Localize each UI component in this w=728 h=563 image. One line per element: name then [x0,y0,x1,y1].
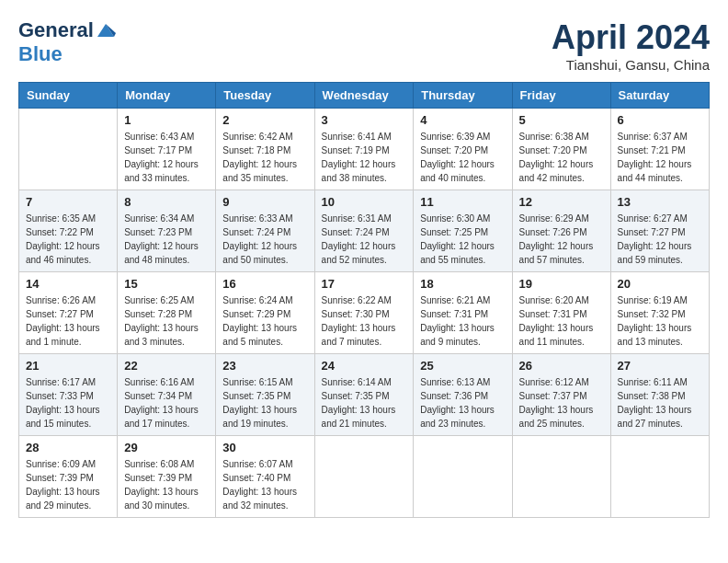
calendar-week-1: 1Sunrise: 6:43 AMSunset: 7:17 PMDaylight… [19,109,710,190]
calendar-header-friday: Friday [512,83,610,109]
day-number: 25 [420,359,505,373]
day-number: 17 [322,277,407,291]
calendar-header-saturday: Saturday [610,83,709,109]
calendar-cell: 26Sunrise: 6:12 AMSunset: 7:37 PMDayligh… [512,354,610,436]
day-info: Sunrise: 6:07 AMSunset: 7:40 PMDaylight:… [222,457,307,512]
calendar-cell: 16Sunrise: 6:24 AMSunset: 7:29 PMDayligh… [216,272,314,354]
day-info: Sunrise: 6:39 AMSunset: 7:20 PMDaylight:… [420,130,505,185]
calendar-cell: 9Sunrise: 6:33 AMSunset: 7:24 PMDaylight… [216,190,314,272]
calendar-cell [610,436,709,518]
day-info: Sunrise: 6:22 AMSunset: 7:30 PMDaylight:… [322,293,407,349]
calendar-header-monday: Monday [118,83,216,109]
day-info: Sunrise: 6:20 AMSunset: 7:31 PMDaylight:… [519,293,604,349]
day-number: 29 [124,441,209,454]
day-info: Sunrise: 6:13 AMSunset: 7:36 PMDaylight:… [420,375,505,431]
day-info: Sunrise: 6:24 AMSunset: 7:29 PMDaylight:… [222,293,307,349]
calendar-cell: 2Sunrise: 6:42 AMSunset: 7:18 PMDaylight… [216,109,314,190]
calendar-cell: 19Sunrise: 6:20 AMSunset: 7:31 PMDayligh… [512,272,610,354]
calendar-cell: 1Sunrise: 6:43 AMSunset: 7:17 PMDaylight… [118,109,216,190]
day-info: Sunrise: 6:09 AMSunset: 7:39 PMDaylight:… [26,457,110,512]
calendar-header-sunday: Sunday [19,83,118,109]
day-number: 4 [420,113,505,127]
calendar-cell: 4Sunrise: 6:39 AMSunset: 7:20 PMDaylight… [414,109,512,190]
day-number: 3 [322,113,407,127]
day-number: 24 [322,359,407,373]
day-info: Sunrise: 6:33 AMSunset: 7:24 PMDaylight:… [222,212,307,267]
day-number: 21 [26,359,110,373]
day-info: Sunrise: 6:14 AMSunset: 7:35 PMDaylight:… [322,375,407,431]
calendar-header-thursday: Thursday [414,83,512,109]
day-info: Sunrise: 6:26 AMSunset: 7:27 PMDaylight:… [26,293,110,349]
calendar-week-4: 21Sunrise: 6:17 AMSunset: 7:33 PMDayligh… [19,354,710,436]
subtitle: Tianshui, Gansu, China [552,57,710,73]
day-number: 14 [26,277,110,291]
calendar-cell: 20Sunrise: 6:19 AMSunset: 7:32 PMDayligh… [610,272,709,354]
day-number: 20 [618,277,702,291]
day-info: Sunrise: 6:37 AMSunset: 7:21 PMDaylight:… [618,130,702,185]
page-header: General Blue April 2024 Tianshui, Gansu,… [18,18,710,73]
calendar-cell [414,436,512,518]
day-info: Sunrise: 6:43 AMSunset: 7:17 PMDaylight:… [124,130,209,185]
calendar-week-2: 7Sunrise: 6:35 AMSunset: 7:22 PMDaylight… [19,190,710,272]
day-info: Sunrise: 6:30 AMSunset: 7:25 PMDaylight:… [420,212,505,267]
day-info: Sunrise: 6:15 AMSunset: 7:35 PMDaylight:… [222,375,307,431]
calendar-cell: 15Sunrise: 6:25 AMSunset: 7:28 PMDayligh… [118,272,216,354]
calendar-cell: 27Sunrise: 6:11 AMSunset: 7:38 PMDayligh… [610,354,709,436]
day-info: Sunrise: 6:16 AMSunset: 7:34 PMDaylight:… [124,375,209,431]
calendar-header-tuesday: Tuesday [216,83,314,109]
day-info: Sunrise: 6:41 AMSunset: 7:19 PMDaylight:… [322,130,407,185]
day-number: 18 [420,277,505,291]
day-number: 8 [124,195,209,209]
calendar-cell: 10Sunrise: 6:31 AMSunset: 7:24 PMDayligh… [314,190,414,272]
calendar-cell: 8Sunrise: 6:34 AMSunset: 7:23 PMDaylight… [118,190,216,272]
calendar-cell: 23Sunrise: 6:15 AMSunset: 7:35 PMDayligh… [216,354,314,436]
calendar-week-5: 28Sunrise: 6:09 AMSunset: 7:39 PMDayligh… [19,436,710,518]
calendar-header-row: SundayMondayTuesdayWednesdayThursdayFrid… [19,83,710,109]
calendar-cell: 5Sunrise: 6:38 AMSunset: 7:20 PMDaylight… [512,109,610,190]
day-number: 28 [26,441,110,454]
calendar-header-wednesday: Wednesday [314,83,414,109]
title-area: April 2024 Tianshui, Gansu, China [552,18,710,73]
calendar-cell: 21Sunrise: 6:17 AMSunset: 7:33 PMDayligh… [19,354,118,436]
day-number: 6 [618,113,702,127]
day-number: 22 [124,359,209,373]
day-number: 13 [618,195,702,209]
calendar-cell: 6Sunrise: 6:37 AMSunset: 7:21 PMDaylight… [610,109,709,190]
day-number: 19 [519,277,604,291]
day-number: 5 [519,113,604,127]
calendar-cell: 29Sunrise: 6:08 AMSunset: 7:39 PMDayligh… [118,436,216,518]
day-number: 16 [222,277,307,291]
day-number: 10 [322,195,407,209]
day-info: Sunrise: 6:25 AMSunset: 7:28 PMDaylight:… [124,293,209,349]
day-info: Sunrise: 6:12 AMSunset: 7:37 PMDaylight:… [519,375,604,431]
day-number: 12 [519,195,604,209]
day-info: Sunrise: 6:17 AMSunset: 7:33 PMDaylight:… [26,375,110,431]
calendar-cell: 22Sunrise: 6:16 AMSunset: 7:34 PMDayligh… [118,354,216,436]
calendar-cell: 18Sunrise: 6:21 AMSunset: 7:31 PMDayligh… [414,272,512,354]
calendar-cell: 25Sunrise: 6:13 AMSunset: 7:36 PMDayligh… [414,354,512,436]
calendar-table: SundayMondayTuesdayWednesdayThursdayFrid… [18,82,710,518]
calendar-cell: 11Sunrise: 6:30 AMSunset: 7:25 PMDayligh… [414,190,512,272]
calendar-cell [19,109,118,190]
day-info: Sunrise: 6:08 AMSunset: 7:39 PMDaylight:… [124,457,209,512]
day-info: Sunrise: 6:35 AMSunset: 7:22 PMDaylight:… [26,212,110,267]
day-number: 26 [519,359,604,373]
calendar-cell: 12Sunrise: 6:29 AMSunset: 7:26 PMDayligh… [512,190,610,272]
day-info: Sunrise: 6:19 AMSunset: 7:32 PMDaylight:… [618,293,702,349]
day-info: Sunrise: 6:27 AMSunset: 7:27 PMDaylight:… [618,212,702,267]
calendar-week-3: 14Sunrise: 6:26 AMSunset: 7:27 PMDayligh… [19,272,710,354]
day-info: Sunrise: 6:42 AMSunset: 7:18 PMDaylight:… [222,130,307,185]
calendar-cell [314,436,414,518]
day-number: 2 [222,113,307,127]
day-number: 30 [222,441,307,454]
logo-icon [96,20,116,40]
month-title: April 2024 [552,18,710,57]
logo-blue: Blue [18,42,63,66]
logo: General Blue [18,18,116,66]
calendar-cell: 24Sunrise: 6:14 AMSunset: 7:35 PMDayligh… [314,354,414,436]
calendar-cell: 14Sunrise: 6:26 AMSunset: 7:27 PMDayligh… [19,272,118,354]
day-info: Sunrise: 6:38 AMSunset: 7:20 PMDaylight:… [519,130,604,185]
day-info: Sunrise: 6:11 AMSunset: 7:38 PMDaylight:… [618,375,702,431]
calendar-cell: 17Sunrise: 6:22 AMSunset: 7:30 PMDayligh… [314,272,414,354]
calendar-cell: 28Sunrise: 6:09 AMSunset: 7:39 PMDayligh… [19,436,118,518]
